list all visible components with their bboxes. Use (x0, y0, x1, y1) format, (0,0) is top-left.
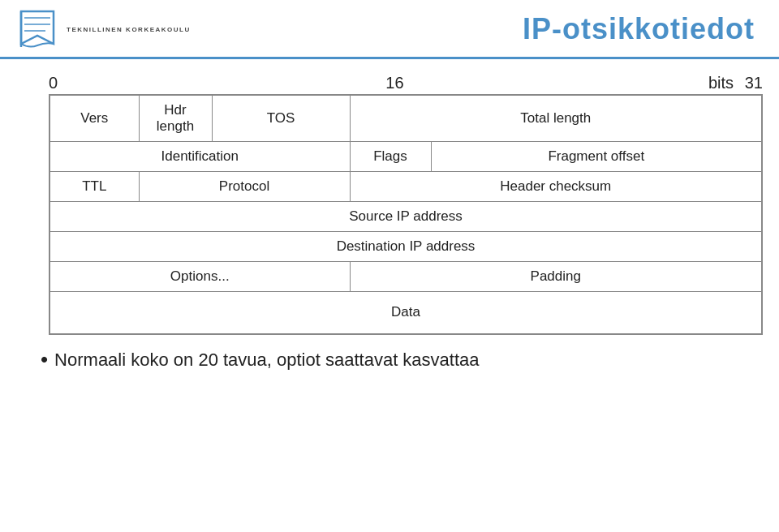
cell-dest-ip: Destination IP address (49, 232, 762, 262)
logo-area: TEKNILLINEN KORKEAKOULU (16, 8, 191, 50)
table-row-3: TTL Protocol Header checksum (49, 172, 762, 202)
logo-text: TEKNILLINEN KORKEAKOULU (67, 26, 191, 33)
tkk-logo-icon (16, 8, 58, 50)
note-item-1: • Normaali koko on 20 tavua, optiot saat… (41, 348, 755, 372)
cell-vers: Vers (49, 95, 139, 142)
cell-hdr-length: Hdrlength (139, 95, 212, 142)
table-row-1: Vers Hdrlength TOS Total length (49, 95, 762, 142)
cell-fragment-offset: Fragment offset (431, 142, 762, 172)
svg-marker-1 (21, 11, 54, 44)
table-row-4: Source IP address (49, 202, 762, 232)
bit-numbers: 0 16 bits 31 (49, 74, 763, 92)
cell-options: Options... (49, 262, 350, 292)
cell-data: Data (49, 292, 762, 334)
notes-list: • Normaali koko on 20 tavua, optiot saat… (41, 348, 755, 372)
cell-header-checksum: Header checksum (350, 172, 762, 202)
page-title: IP-otsikkotiedot (523, 12, 755, 46)
cell-ttl: TTL (49, 172, 139, 202)
bullet-icon: • (41, 348, 48, 371)
cell-tos: TOS (212, 95, 350, 142)
table-row-2: Identification Flags Fragment offset (49, 142, 762, 172)
cell-padding: Padding (350, 262, 762, 292)
cell-total-length: Total length (350, 95, 762, 142)
cell-identification: Identification (49, 142, 350, 172)
bit-label-bits: bits (708, 74, 734, 92)
bit-sixteen: 16 (81, 74, 708, 92)
header: TEKNILLINEN KORKEAKOULU IP-otsikkotiedot (0, 0, 779, 59)
bit-thirtyone: 31 (738, 74, 763, 92)
ip-header-table: Vers Hdrlength TOS Total length Identifi… (49, 94, 763, 335)
table-row-5: Destination IP address (49, 232, 762, 262)
table-row-7: Data (49, 292, 762, 334)
note-text-1: Normaali koko on 20 tavua, optiot saatta… (54, 348, 479, 372)
notes-section: • Normaali koko on 20 tavua, optiot saat… (41, 348, 755, 372)
cell-protocol: Protocol (139, 172, 350, 202)
cell-flags: Flags (350, 142, 431, 172)
bit-zero: 0 (49, 74, 81, 92)
logo-name: TEKNILLINEN KORKEAKOULU (67, 26, 191, 33)
main-content: 0 16 bits 31 Vers Hdrlength TOS Total le… (0, 59, 779, 380)
cell-source-ip: Source IP address (49, 202, 762, 232)
table-row-6: Options... Padding (49, 262, 762, 292)
